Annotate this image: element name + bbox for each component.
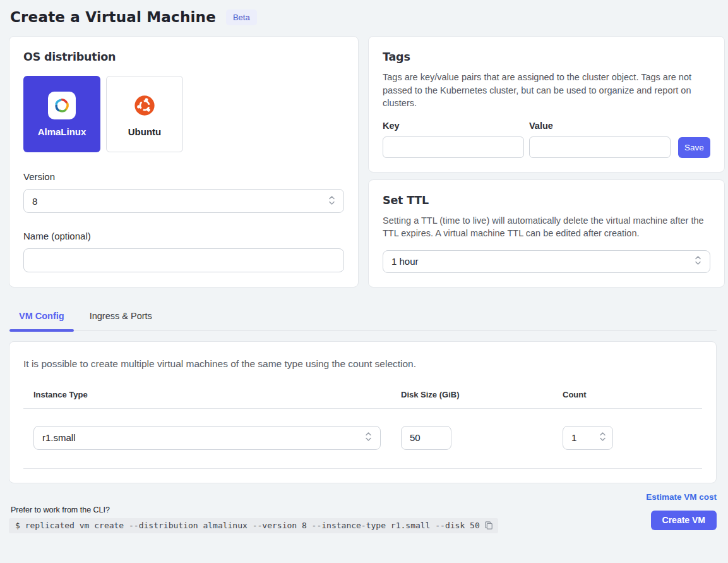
os-tile-ubuntu[interactable]: Ubuntu <box>106 76 183 152</box>
tab-ingress-ports[interactable]: Ingress & Ports <box>80 305 162 330</box>
version-select[interactable]: 8 <box>23 189 344 213</box>
vm-name-input[interactable] <box>23 248 344 272</box>
chevron-up-down-icon <box>328 195 335 208</box>
cli-prompt-text: Prefer to work from the CLI? <box>9 505 498 514</box>
chevron-up-down-icon <box>695 255 701 268</box>
instance-type-value: r1.small <box>42 432 76 443</box>
ttl-select-value: 1 hour <box>391 256 419 267</box>
chevron-up-down-icon <box>365 431 372 444</box>
tag-key-label: Key <box>383 121 524 131</box>
vm-config-card: It is possible to create multiple virtua… <box>9 341 717 483</box>
os-tile-label: AlmaLinux <box>38 126 87 137</box>
ttl-heading: Set TTL <box>383 194 710 207</box>
os-card-heading: OS distribution <box>23 51 344 63</box>
disk-size-input[interactable] <box>401 426 451 450</box>
os-tile-group: AlmaLinux U <box>23 76 344 152</box>
count-value: 1 <box>571 432 576 443</box>
copy-icon[interactable] <box>484 521 493 530</box>
tag-key-value-row: Key Value Save <box>383 121 710 158</box>
version-select-value: 8 <box>32 196 37 207</box>
top-cards: OS distribution <box>9 36 717 288</box>
tab-vm-config[interactable]: VM Config <box>9 305 74 330</box>
column-header-instance-type: Instance Type <box>23 390 391 399</box>
almalinux-icon <box>48 92 76 119</box>
vm-table-header: Instance Type Disk Size (GiB) Count <box>23 390 702 409</box>
vm-config-intro: It is possible to create multiple virtua… <box>23 358 702 370</box>
set-ttl-card: Set TTL Setting a TTL (time to live) wil… <box>368 179 725 288</box>
save-tag-button[interactable]: Save <box>678 137 710 158</box>
tag-key-input[interactable] <box>383 136 524 158</box>
column-header-count: Count <box>552 390 702 399</box>
page-title: Create a Virtual Machine <box>10 9 216 25</box>
version-label: Version <box>23 171 344 182</box>
tab-bar: VM Config Ingress & Ports <box>9 305 717 331</box>
tags-heading: Tags <box>383 51 710 63</box>
os-distribution-card: OS distribution <box>9 36 359 288</box>
cli-command: $ replicated vm create --distribution al… <box>9 518 498 533</box>
ttl-select[interactable]: 1 hour <box>383 250 710 273</box>
beta-badge: Beta <box>226 9 257 25</box>
footer-actions: Estimate VM cost Create VM <box>646 492 717 533</box>
vm-table-row: r1.small 1 <box>23 409 702 469</box>
os-tile-almalinux[interactable]: AlmaLinux <box>23 76 100 152</box>
instance-type-select[interactable]: r1.small <box>33 426 381 450</box>
column-header-disk-size: Disk Size (GiB) <box>391 390 552 399</box>
tag-value-input[interactable] <box>529 136 671 158</box>
cli-block: Prefer to work from the CLI? $ replicate… <box>9 505 498 533</box>
vm-table: Instance Type Disk Size (GiB) Count r1.s… <box>23 390 702 469</box>
estimate-vm-cost-link[interactable]: Estimate VM cost <box>646 492 717 502</box>
page-header: Create a Virtual Machine Beta <box>9 9 717 25</box>
tag-value-label: Value <box>529 121 671 131</box>
os-tile-label: Ubuntu <box>128 126 161 137</box>
create-vm-button[interactable]: Create VM <box>651 511 717 530</box>
right-column: Tags Tags are key/value pairs that are a… <box>368 36 725 288</box>
stepper-up-down-icon[interactable] <box>599 431 606 444</box>
create-vm-page: Create a Virtual Machine Beta OS distrib… <box>0 0 728 533</box>
vm-name-label: Name (optional) <box>23 231 344 241</box>
cli-command-text: $ replicated vm create --distribution al… <box>15 521 480 530</box>
tags-description: Tags are key/value pairs that are assign… <box>383 71 710 110</box>
ttl-description: Setting a TTL (time to live) will automa… <box>383 214 710 240</box>
tags-card: Tags Tags are key/value pairs that are a… <box>368 36 725 173</box>
page-footer: Prefer to work from the CLI? $ replicate… <box>9 492 717 533</box>
count-stepper[interactable]: 1 <box>563 426 613 450</box>
ubuntu-icon <box>131 92 158 119</box>
